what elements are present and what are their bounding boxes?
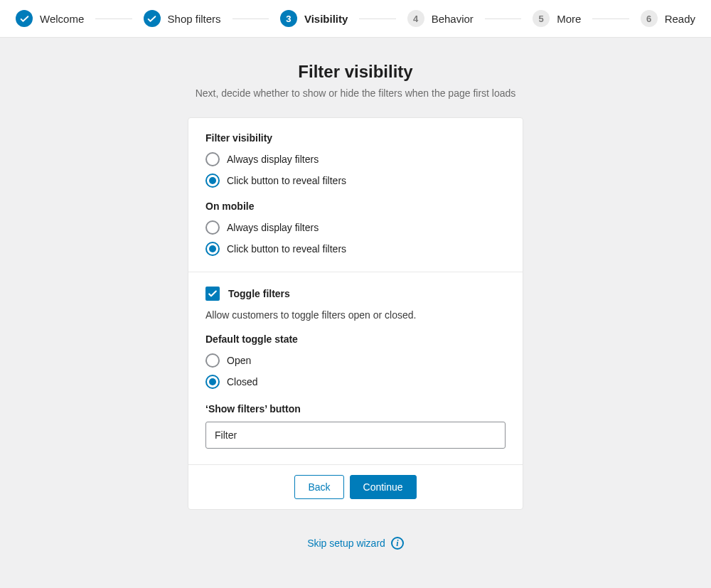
step-visibility[interactable]: 3 Visibility [280,10,348,27]
check-icon [144,10,161,27]
group-title-default-toggle-state: Default toggle state [205,333,506,345]
step-separator [232,18,269,19]
page-heading: Filter visibility Next, decide whether t… [0,62,711,99]
checkbox-label: Toggle filters [228,288,290,299]
radio-label: Always display filters [227,222,319,233]
radio-icon [205,152,220,166]
step-number: 5 [533,10,550,27]
radio-open[interactable]: Open [205,353,506,368]
toggle-description: Allow customers to toggle filters open o… [205,309,506,321]
radio-label: Open [227,355,251,366]
radio-icon [205,375,220,389]
step-label: Shop filters [168,13,221,25]
skip-setup-wizard-link[interactable]: Skip setup wizard i [307,537,404,550]
radio-label: Click button to reveal filters [227,175,346,186]
radio-icon [205,220,220,235]
step-number: 6 [641,10,658,27]
radio-click-reveal[interactable]: Click button to reveal filters [205,173,506,188]
step-label: Behavior [432,13,474,25]
radio-closed[interactable]: Closed [205,375,506,389]
step-welcome[interactable]: Welcome [16,10,84,27]
step-more[interactable]: 5 More [533,10,581,27]
radio-mobile-click-reveal[interactable]: Click button to reveal filters [205,242,506,256]
radio-label: Always display filters [227,154,319,165]
step-separator [485,18,521,19]
radio-label: Click button to reveal filters [227,243,346,255]
continue-button[interactable]: Continue [350,475,417,499]
radio-label: Closed [227,376,258,387]
skip-label: Skip setup wizard [307,538,385,549]
skip-wizard-row: Skip setup wizard i [0,537,711,550]
filter-visibility-section: Filter visibility Always display filters… [188,118,523,272]
page-subtitle: Next, decide whether to show or hide the… [0,87,711,99]
back-button[interactable]: Back [294,475,343,499]
group-title-filter-visibility: Filter visibility [205,132,506,144]
step-separator [592,18,629,19]
info-icon: i [391,537,404,550]
checkbox-toggle-filters[interactable]: Toggle filters [205,287,506,301]
step-label: Visibility [304,13,348,25]
settings-card: Filter visibility Always display filters… [188,117,523,510]
step-separator [95,18,132,19]
step-label: More [557,13,581,25]
step-shop-filters[interactable]: Shop filters [144,10,221,27]
step-number: 4 [407,10,424,27]
step-label: Welcome [40,13,84,25]
step-behavior[interactable]: 4 Behavior [407,10,474,27]
card-footer: Back Continue [188,464,523,509]
radio-icon [205,242,220,256]
radio-icon [205,173,220,188]
step-label: Ready [665,13,695,25]
step-ready[interactable]: 6 Ready [641,10,695,27]
step-separator [359,18,395,19]
show-filters-button-label: ‘Show filters’ button [205,403,506,415]
check-icon [16,10,33,27]
checkbox-icon [205,287,220,301]
radio-mobile-always-display[interactable]: Always display filters [205,220,506,235]
page-title: Filter visibility [0,62,711,82]
wizard-stepper: Welcome Shop filters 3 Visibility 4 Beha… [0,0,711,38]
toggle-filters-section: Toggle filters Allow customers to toggle… [188,272,523,464]
radio-always-display[interactable]: Always display filters [205,152,506,166]
group-title-on-mobile: On mobile [205,201,506,212]
step-number: 3 [280,10,297,27]
show-filters-button-input[interactable] [205,422,506,449]
radio-icon [205,353,220,368]
